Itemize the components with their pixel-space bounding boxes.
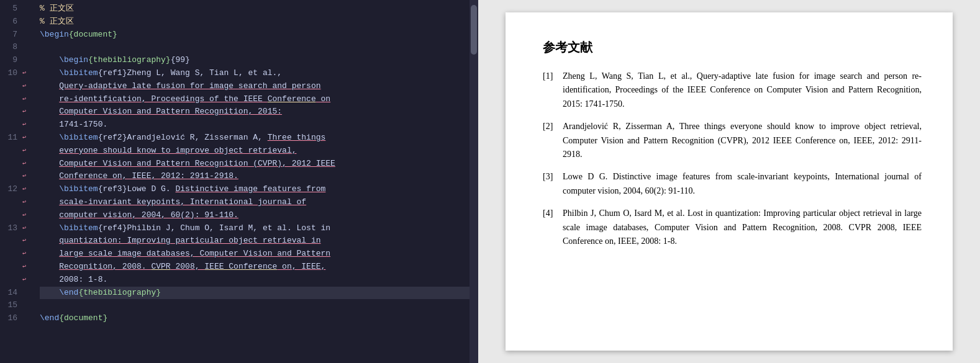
bib-text-4: Philbin J, Chum O, Isard M, et al. Lost … xyxy=(563,207,922,248)
gutter-5 xyxy=(22,2,35,16)
line-num-8: 8 xyxy=(0,41,17,54)
editor-panel: 5 6 7 8 9 10 11 12 13 14 15 16 xyxy=(0,0,478,363)
gutter-15 xyxy=(22,299,35,312)
gutter-12[interactable]: ↩ xyxy=(22,183,35,196)
gutter-10e[interactable]: ↩ xyxy=(22,119,35,132)
line-num-5: 5 xyxy=(0,2,17,16)
bib-text-3: Lowe D G. Distinctive image features fro… xyxy=(563,170,922,198)
code-line-11: \bibitem{ref2}Arandjelović R, Zisserman … xyxy=(40,132,470,145)
code-line-9: \begin{thebibliography}{99} xyxy=(40,54,470,67)
gutter-11d[interactable]: ↩ xyxy=(22,170,35,183)
code-line-13c: Recognition, 2008. CVPR 2008, IEEE Confe… xyxy=(40,261,470,274)
bib-text-2: Arandjelović R, Zisserman A, Three thing… xyxy=(563,120,922,161)
gutter-10d[interactable]: ↩ xyxy=(22,105,35,119)
gutter-6 xyxy=(22,16,35,29)
gutter-7 xyxy=(22,29,35,42)
line-num-16: 16 xyxy=(0,312,17,325)
code-area[interactable]: % 正文区 % 正文区 \begin{document} \begin{theb… xyxy=(35,0,470,363)
code-line-8 xyxy=(40,41,470,54)
gutter-icons: ↩ ↩ ↩ ↩ ↩ ↩ ↩ ↩ ↩ ↩ ↩ ↩ ↩ ↩ ↩ ↩ ↩ xyxy=(22,0,35,363)
code-line-15 xyxy=(40,299,470,312)
code-line-12b: computer vision, 2004, 60(2): 91-110. xyxy=(40,209,470,222)
code-line-7: \begin{document} xyxy=(40,29,470,42)
bib-num-2: [2] xyxy=(543,120,563,161)
code-line-13d: 2008: 1-8. xyxy=(40,274,470,287)
gutter-13e[interactable]: ↩ xyxy=(22,274,35,287)
line-num-blank9 xyxy=(0,209,17,222)
gutter-10c[interactable]: ↩ xyxy=(22,93,35,106)
gutter-8 xyxy=(22,41,35,54)
gutter-12b[interactable]: ↩ xyxy=(22,196,35,209)
bib-entry-4: [4] Philbin J, Chum O, Isard M, et al. L… xyxy=(543,207,922,248)
editor-scrollbar[interactable] xyxy=(470,0,478,363)
gutter-10b[interactable]: ↩ xyxy=(22,80,35,93)
code-line-12: \bibitem{ref3}Lowe D G. Distinctive imag… xyxy=(40,183,470,196)
gutter-10[interactable]: ↩ xyxy=(22,67,35,80)
line-num-blank12 xyxy=(0,261,17,274)
line-num-15: 15 xyxy=(0,299,17,312)
gutter-9 xyxy=(22,54,35,67)
code-line-10b: re-identification, Proceedings of the IE… xyxy=(40,93,470,106)
gutter-16 xyxy=(22,312,35,325)
bib-num-3: [3] xyxy=(543,170,563,198)
code-line-13: \bibitem{ref4}Philbin J, Chum O, Isard M… xyxy=(40,222,470,235)
line-num-blank6 xyxy=(0,158,17,171)
line-num-blank1 xyxy=(0,80,17,93)
line-num-7: 7 xyxy=(0,29,17,42)
code-line-6: % 正文区 xyxy=(40,16,470,29)
code-line-10: \bibitem{ref1}Zheng L, Wang S, Tian L, e… xyxy=(40,67,470,80)
line-num-blank3 xyxy=(0,105,17,119)
line-num-blank11 xyxy=(0,248,17,261)
gutter-11b[interactable]: ↩ xyxy=(22,145,35,158)
code-line-13b: large scale image databases, Computer Vi… xyxy=(40,248,470,261)
line-num-6: 6 xyxy=(0,16,17,29)
line-num-blank8 xyxy=(0,196,17,209)
line-num-13: 13 xyxy=(0,222,17,235)
gutter-13c[interactable]: ↩ xyxy=(22,248,35,261)
code-line-13a: quantization: Improving particular objec… xyxy=(40,235,470,248)
code-line-11a: everyone should know to improve object r… xyxy=(40,145,470,158)
gutter-13[interactable]: ↩ xyxy=(22,222,35,235)
preview-panel: 参考文献 [1] Zheng L, Wang S, Tian L, et al.… xyxy=(478,0,980,363)
line-numbers: 5 6 7 8 9 10 11 12 13 14 15 16 xyxy=(0,0,22,363)
code-line-10c: Computer Vision and Pattern Recognition,… xyxy=(40,105,470,119)
bib-text-1: Zheng L, Wang S, Tian L, et al., Query-a… xyxy=(563,69,922,111)
gutter-13d[interactable]: ↩ xyxy=(22,261,35,274)
code-line-10d: 1741-1750. xyxy=(40,119,470,132)
line-num-14: 14 xyxy=(0,287,17,300)
bib-entry-3: [3] Lowe D G. Distinctive image features… xyxy=(543,170,922,198)
line-num-12: 12 xyxy=(0,183,17,196)
scrollbar-thumb[interactable] xyxy=(471,5,477,55)
line-num-blank4 xyxy=(0,119,17,132)
code-line-11c: Conference on, IEEE, 2012: 2911-2918. xyxy=(40,170,470,183)
pdf-page: 参考文献 [1] Zheng L, Wang S, Tian L, et al.… xyxy=(506,12,953,351)
code-line-11b: Computer Vision and Pattern Recognition … xyxy=(40,158,470,171)
line-num-10: 10 xyxy=(0,67,17,80)
bib-entry-1: [1] Zheng L, Wang S, Tian L, et al., Que… xyxy=(543,69,922,111)
editor-content: 5 6 7 8 9 10 11 12 13 14 15 16 xyxy=(0,0,478,363)
code-line-16: \end{document} xyxy=(40,312,470,325)
line-num-blank5 xyxy=(0,145,17,158)
line-num-blank13 xyxy=(0,274,17,287)
gutter-11c[interactable]: ↩ xyxy=(22,158,35,171)
code-line-5: % 正文区 xyxy=(40,2,470,16)
code-line-12a: scale-invariant keypoints, International… xyxy=(40,196,470,209)
line-num-blank10 xyxy=(0,235,17,248)
code-line-10a: Query-adaptive late fusion for image sea… xyxy=(40,80,470,93)
line-num-11: 11 xyxy=(0,132,17,145)
bib-num-1: [1] xyxy=(543,69,563,111)
line-num-9: 9 xyxy=(0,54,17,67)
gutter-12c[interactable]: ↩ xyxy=(22,209,35,222)
line-num-blank7 xyxy=(0,170,17,183)
pdf-title: 参考文献 xyxy=(543,37,922,57)
code-line-14: \end{thebibliography} xyxy=(40,287,470,300)
line-num-blank2 xyxy=(0,93,17,106)
gutter-13b[interactable]: ↩ xyxy=(22,235,35,248)
gutter-11[interactable]: ↩ xyxy=(22,132,35,145)
bib-num-4: [4] xyxy=(543,207,563,248)
gutter-14 xyxy=(22,287,35,300)
bib-entry-2: [2] Arandjelović R, Zisserman A, Three t… xyxy=(543,120,922,161)
